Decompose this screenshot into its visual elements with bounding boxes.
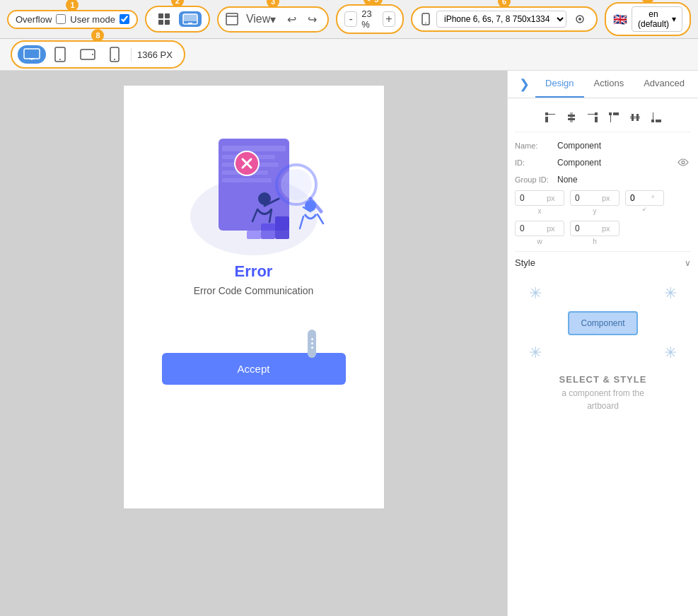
rotate-icon: ↙ xyxy=(642,206,647,212)
svg-rect-24 xyxy=(222,146,286,151)
svg-rect-1 xyxy=(165,13,170,18)
h-value[interactable] xyxy=(575,223,600,233)
svg-rect-52 xyxy=(568,115,575,117)
lang-group: 7 🇬🇧 en (default) ▾ xyxy=(605,2,691,36)
asterisk-top-right: ✳ xyxy=(664,284,677,303)
svg-rect-57 xyxy=(595,120,598,122)
component-box: Component xyxy=(568,311,637,335)
zoom-value: 23 % xyxy=(361,8,378,30)
view-dropdown-btn[interactable]: View ▾ xyxy=(243,11,279,28)
device-group: 6 iPhone 6, 6s, 7, 8 750x1334 iPhone X 3… xyxy=(411,6,598,32)
svg-rect-46 xyxy=(275,216,289,239)
breakpoint-tablet-portrait[interactable] xyxy=(49,44,71,65)
grid-view-btn[interactable] xyxy=(153,10,175,28)
user-mode-checkbox[interactable] xyxy=(120,14,129,24)
svg-point-69 xyxy=(682,161,685,164)
error-illustration xyxy=(155,107,353,262)
svg-rect-60 xyxy=(613,112,616,115)
align-center-h-btn[interactable] xyxy=(564,110,579,127)
name-row: Name: Component xyxy=(515,141,691,151)
svg-point-19 xyxy=(92,54,93,55)
asterisk-bottom-right: ✳ xyxy=(664,344,677,362)
y-value[interactable] xyxy=(575,193,600,203)
group-number-2: 2 xyxy=(171,0,184,7)
svg-rect-59 xyxy=(610,112,611,122)
overflow-checkbox[interactable] xyxy=(56,14,66,24)
lang-label: en (default) xyxy=(638,9,669,29)
deg-value[interactable] xyxy=(630,193,650,203)
y-unit: px xyxy=(602,194,610,202)
group-id-value: None xyxy=(557,175,578,185)
panel-collapse-btn[interactable]: ❯ xyxy=(513,71,535,98)
accept-btn[interactable]: Accept xyxy=(162,353,346,385)
right-panel: ❯ Design Actions Advanced xyxy=(507,71,698,616)
device-options-btn[interactable] xyxy=(571,11,589,27)
xy-inputs: px x px y ° ↙ xyxy=(515,190,691,215)
h-label: h xyxy=(593,238,597,245)
svg-rect-28 xyxy=(222,178,272,182)
lang-btn[interactable]: en (default) ▾ xyxy=(632,6,682,32)
svg-rect-64 xyxy=(636,114,639,121)
svg-point-17 xyxy=(59,59,61,60)
visibility-btn[interactable] xyxy=(675,155,691,170)
breakpoint-group: 8 xyxy=(11,40,185,69)
svg-point-21 xyxy=(114,59,115,60)
breakpoint-mobile[interactable] xyxy=(104,44,125,65)
style-section[interactable]: Style ∨ xyxy=(515,251,691,274)
undo-btn[interactable]: ↩ xyxy=(284,11,300,28)
svg-rect-3 xyxy=(165,20,170,25)
device-select[interactable]: iPhone 6, 6s, 7, 8 750x1334 iPhone X 375… xyxy=(436,11,566,28)
tab-design[interactable]: Design xyxy=(535,71,583,98)
h-unit: px xyxy=(602,224,610,233)
tab-advanced[interactable]: Advanced xyxy=(634,71,694,98)
align-right-btn[interactable] xyxy=(585,110,600,127)
svg-rect-66 xyxy=(653,112,653,122)
style-label: Style xyxy=(515,257,535,268)
preview-btn[interactable] xyxy=(179,11,202,27)
align-bottom-btn[interactable] xyxy=(648,110,664,127)
y-input-col: px y xyxy=(570,190,620,215)
group-id-row: Group ID: None xyxy=(515,175,691,185)
w-unit: px xyxy=(547,224,555,233)
redo-btn[interactable]: ↪ xyxy=(304,11,320,28)
x-value[interactable] xyxy=(520,193,545,203)
svg-rect-51 xyxy=(570,112,573,122)
deg-input[interactable]: ° xyxy=(625,190,664,206)
align-left-btn[interactable] xyxy=(542,110,558,127)
h-input[interactable]: px xyxy=(570,221,620,236)
breakpoint-desktop[interactable] xyxy=(18,45,46,64)
panel-body: Name: Component ID: Component Group ID: … xyxy=(508,98,698,419)
w-input[interactable]: px xyxy=(515,221,564,236)
align-center-v-btn[interactable] xyxy=(627,110,643,127)
id-label: ID: xyxy=(515,158,557,167)
breakpoint-tablet-landscape[interactable] xyxy=(74,46,101,63)
panel-resize-handle[interactable] xyxy=(308,330,316,358)
w-value[interactable] xyxy=(520,223,545,233)
resize-dots xyxy=(311,338,313,349)
zoom-group: 4 5 - 23 % + xyxy=(336,4,404,34)
zoom-plus-btn[interactable]: + xyxy=(383,11,395,27)
svg-rect-61 xyxy=(616,112,619,115)
svg-point-12 xyxy=(578,18,581,21)
y-input[interactable]: px xyxy=(570,190,620,206)
zoom-minus-btn[interactable]: - xyxy=(344,11,357,27)
layout-icon xyxy=(226,13,238,25)
svg-rect-5 xyxy=(183,14,197,21)
align-top-btn[interactable] xyxy=(606,110,622,127)
tab-actions[interactable]: Actions xyxy=(584,71,634,98)
overflow-usermode-group: 1 Overflow User mode xyxy=(7,10,138,29)
svg-rect-50 xyxy=(545,120,548,122)
error-title: Error xyxy=(235,262,273,281)
svg-rect-2 xyxy=(158,20,163,25)
group-number-1: 1 xyxy=(66,0,78,11)
deg-input-col: ° ↙ xyxy=(625,190,664,215)
x-label: x xyxy=(538,207,542,215)
x-input[interactable]: px xyxy=(515,190,564,206)
x-unit: px xyxy=(547,194,555,202)
group-number-6: 6 xyxy=(498,0,511,8)
group-number-3: 3 xyxy=(267,0,279,8)
canvas-area: Error Error Code Communication Accept xyxy=(0,71,507,616)
lang-chevron: ▾ xyxy=(672,14,676,24)
svg-rect-0 xyxy=(158,13,163,18)
component-box-label: Component xyxy=(581,318,624,328)
